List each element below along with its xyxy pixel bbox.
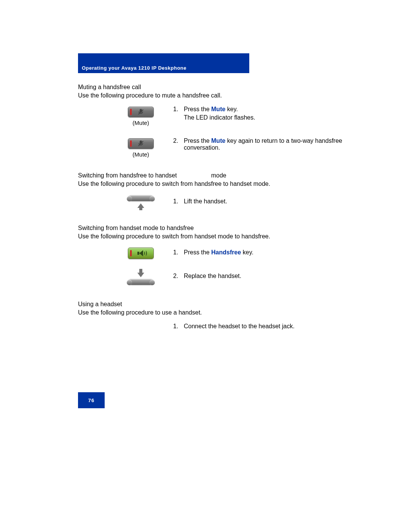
step-text: Press the Mute key again to return to a … bbox=[184, 137, 344, 151]
icon-column bbox=[108, 268, 173, 286]
text-fragment: key. bbox=[241, 249, 253, 256]
step-row: 1. Lift the handset. bbox=[108, 194, 344, 210]
section-desc-hs-to-hf: Use the following procedure to switch fr… bbox=[78, 233, 344, 240]
section-title-headset: Using a headset bbox=[78, 301, 344, 308]
replace-handset-icon bbox=[126, 269, 156, 285]
text-fragment: Press the bbox=[184, 249, 211, 256]
step-number: 1. bbox=[173, 198, 184, 205]
step-row: (Mute) 2. Press the Mute key again to re… bbox=[108, 137, 344, 158]
section-title-hs-to-hf: Switching from handset mode to handsfree bbox=[78, 225, 344, 232]
step-text-col: 2. Replace the handset. bbox=[173, 268, 344, 280]
title-part: Switching from handsfree to handset bbox=[78, 172, 177, 179]
section-desc-muting: Use the following procedure to mute a ha… bbox=[78, 92, 344, 99]
key-name: Mute bbox=[211, 137, 225, 144]
step-row: 1. Press the Handsfree key. bbox=[108, 247, 344, 260]
section-desc-hf-to-hs: Use the following procedure to switch fr… bbox=[78, 181, 344, 187]
title-part: mode bbox=[211, 172, 226, 179]
step-text-col: 1. Lift the handset. bbox=[173, 194, 344, 205]
key-name: Handsfree bbox=[211, 249, 241, 256]
step-text-col: 2. Press the Mute key again to return to… bbox=[173, 137, 344, 151]
step-text: Connect the headset to the headset jack. bbox=[184, 323, 344, 330]
icon-column: (Mute) bbox=[108, 106, 173, 126]
step-number: 1. bbox=[173, 106, 184, 121]
icon-column bbox=[108, 194, 173, 210]
mute-button-icon bbox=[128, 138, 154, 149]
text-fragment: key. bbox=[225, 106, 238, 112]
step-text-col: 1. Connect the headset to the headset ja… bbox=[173, 323, 344, 330]
step-number: 1. bbox=[173, 249, 184, 256]
step-row: 2. Replace the handset. bbox=[108, 268, 344, 286]
handsfree-button-icon bbox=[128, 248, 154, 259]
step-text: Press the Handsfree key. bbox=[184, 249, 344, 256]
section-title-hf-to-hs: Switching from handsfree to handsetmode bbox=[78, 172, 344, 179]
step-text-col: 1. Press the Mute key. The LED indicator… bbox=[173, 106, 344, 121]
step-number: 2. bbox=[173, 273, 184, 280]
section-desc-headset: Use the following procedure to use a han… bbox=[78, 309, 344, 316]
key-name: Mute bbox=[211, 106, 225, 112]
step-number: 1. bbox=[173, 323, 184, 330]
icon-column bbox=[108, 247, 173, 260]
step-subtext: The LED indicator flashes. bbox=[184, 114, 344, 121]
page-content: Muting a handsfree call Use the followin… bbox=[78, 84, 344, 334]
page-number-badge: 76 bbox=[78, 392, 105, 408]
step-number: 2. bbox=[173, 137, 184, 151]
icon-caption: (Mute) bbox=[108, 120, 173, 126]
lift-handset-icon bbox=[126, 195, 156, 209]
icon-column bbox=[108, 323, 173, 324]
icon-caption: (Mute) bbox=[108, 151, 173, 158]
step-row: 1. Connect the headset to the headset ja… bbox=[108, 323, 344, 330]
chapter-title: Operating your Avaya 1210 IP Deskphone bbox=[82, 65, 186, 71]
step-text: Replace the handset. bbox=[184, 273, 344, 280]
step-text: Press the Mute key. The LED indicator fl… bbox=[184, 106, 344, 121]
page-number: 76 bbox=[88, 398, 94, 403]
section-title-muting: Muting a handsfree call bbox=[78, 84, 344, 91]
text-fragment: Press the bbox=[184, 137, 211, 144]
step-text-col: 1. Press the Handsfree key. bbox=[173, 247, 344, 256]
document-page: Operating your Avaya 1210 IP Deskphone M… bbox=[0, 0, 411, 532]
text-fragment: Press the bbox=[184, 106, 211, 112]
chapter-header: Operating your Avaya 1210 IP Deskphone bbox=[78, 53, 249, 73]
step-row: (Mute) 1. Press the Mute key. The LED in… bbox=[108, 106, 344, 126]
step-text: Lift the handset. bbox=[184, 198, 344, 205]
icon-column: (Mute) bbox=[108, 137, 173, 158]
mute-button-icon bbox=[128, 107, 154, 117]
